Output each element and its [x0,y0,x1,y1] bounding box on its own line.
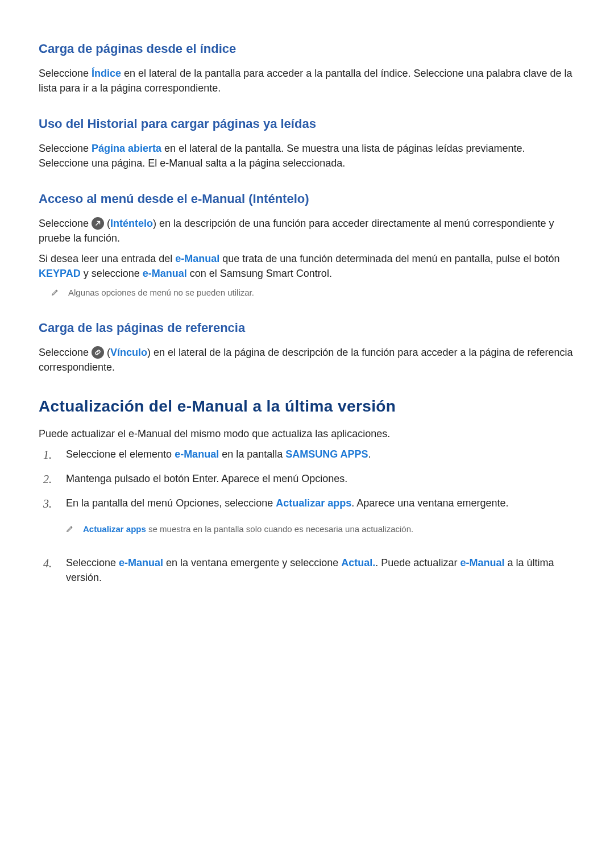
section-text: Seleccione (Vínculo) en el lateral de la… [39,345,575,375]
text: que trata de una función determinada del… [219,253,559,264]
pencil-icon [51,287,59,300]
note: Algunas opciones de menú no se pueden ut… [51,286,575,300]
section-heading: Carga de páginas desde el índice [39,40,575,58]
section-heading: Uso del Historial para cargar páginas ya… [39,115,575,133]
keyword-samsung-apps: SAMSUNG APPS [285,448,368,460]
steps-list: Seleccione el elemento e-Manual en la pa… [39,447,575,585]
step-item: Mantenga pulsado el botón Enter. Aparece… [39,471,575,488]
note-text: Actualizar apps se muestra en la pantall… [83,523,575,535]
text: ( [104,347,110,358]
step-item: Seleccione el elemento e-Manual en la pa… [39,447,575,463]
keyword-pagina-abierta: Página abierta [92,143,161,154]
section-text: Seleccione (Inténtelo) en la descripción… [39,216,575,246]
text: Si desea leer una entrada del [39,253,175,264]
pencil-icon [66,524,74,536]
text: . Puede actualizar [375,557,460,568]
section-index: Carga de páginas desde el índice Selecci… [39,40,575,95]
keyword-emanual: e-Manual [175,448,219,460]
keyword-emanual: e-Manual [119,557,163,568]
text: Seleccione [39,218,92,229]
section-heading: Acceso al menú desde el e-Manual (Intént… [39,190,575,208]
text: con el Samsung Smart Control. [187,268,332,279]
text: . Aparece una ventana emergente. [351,497,508,509]
keyword-actual: Actual. [341,557,375,568]
section-text: Seleccione Página abierta en el lateral … [39,141,575,171]
section-tryit: Acceso al menú desde el e-Manual (Intént… [39,190,575,300]
text: . [368,448,371,460]
text: y seleccione [81,268,143,279]
step-item: En la pantalla del menú Opciones, selecc… [39,496,575,547]
keyword-intentelo: Inténtelo [110,218,153,229]
text: En la pantalla del menú Opciones, selecc… [66,497,276,509]
keyword-emanual: e-Manual [175,253,219,264]
text: Seleccione el elemento [66,448,175,460]
keyword-emanual: e-Manual [143,268,187,279]
text: en la pantalla [219,448,285,460]
keyword-actualizar-apps: Actualizar apps [276,497,351,509]
section-history: Uso del Historial para cargar páginas ya… [39,115,575,171]
link-icon [92,346,104,359]
section-heading: Carga de las páginas de referencia [39,319,575,337]
text: Seleccione [39,347,92,358]
keyword-actualizar-apps: Actualizar apps [83,524,146,534]
text: Seleccione [66,557,119,568]
text: Seleccione [39,68,92,79]
intro-text: Puede actualizar el e-Manual del mismo m… [39,426,575,441]
step-item: Seleccione e-Manual en la ventana emerge… [39,555,575,585]
keyword-keypad: KEYPAD [39,268,81,279]
text: se muestra en la pantalla solo cuando es… [146,524,413,534]
tryit-icon [92,217,104,230]
keyword-indice: Índice [92,68,121,79]
main-heading: Actualización del e-Manual a la última v… [39,395,575,418]
text: en la ventana emergente y seleccione [163,557,341,568]
keyword-emanual: e-Manual [460,557,504,568]
text: Mantenga pulsado el botón Enter. Aparece… [66,471,575,488]
section-text: Si desea leer una entrada del e-Manual q… [39,251,575,281]
section-text: Seleccione Índice en el lateral de la pa… [39,66,575,95]
section-reference: Carga de las páginas de referencia Selec… [39,319,575,375]
text: ( [104,218,110,229]
page-content: Carga de páginas desde el índice Selecci… [0,0,614,616]
keyword-vinculo: Vínculo [110,347,147,358]
note: Actualizar apps se muestra en la pantall… [66,523,575,536]
text: Seleccione [39,143,92,154]
note-text: Algunas opciones de menú no se pueden ut… [68,286,575,299]
